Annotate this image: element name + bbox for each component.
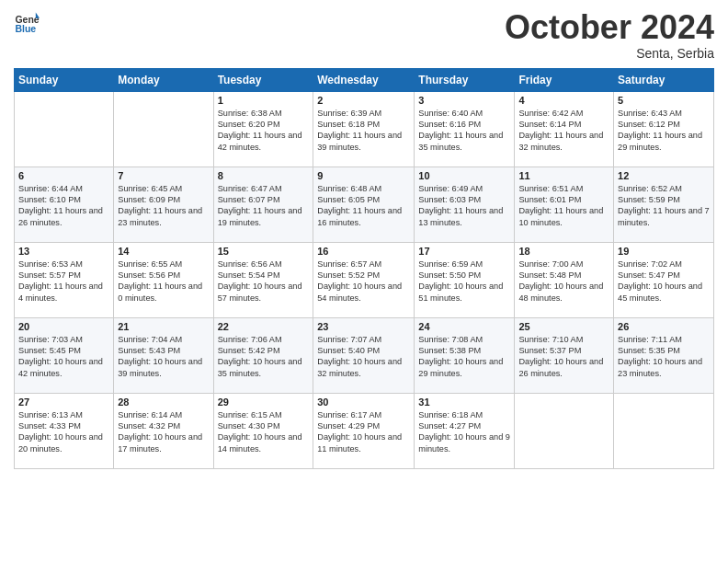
weekday-header: Friday	[515, 68, 614, 91]
day-number: 19	[618, 246, 710, 257]
cell-info: Sunrise: 7:10 AM Sunset: 5:37 PM Dayligh…	[518, 334, 609, 380]
calendar-cell: 15Sunrise: 6:56 AM Sunset: 5:54 PM Dayli…	[213, 242, 313, 317]
day-number: 17	[418, 246, 510, 257]
calendar-cell: 1Sunrise: 6:38 AM Sunset: 6:20 PM Daylig…	[213, 91, 313, 167]
cell-info: Sunrise: 7:06 AM Sunset: 5:42 PM Dayligh…	[218, 334, 310, 380]
cell-info: Sunrise: 6:13 AM Sunset: 4:33 PM Dayligh…	[18, 409, 109, 455]
cell-info: Sunrise: 7:04 AM Sunset: 5:43 PM Dayligh…	[118, 334, 209, 380]
day-number: 7	[118, 170, 209, 181]
weekday-header: Monday	[114, 68, 213, 91]
day-number: 12	[618, 170, 710, 181]
cell-info: Sunrise: 7:11 AM Sunset: 5:35 PM Dayligh…	[618, 334, 710, 380]
day-number: 15	[218, 246, 310, 257]
calendar-cell: 9Sunrise: 6:48 AM Sunset: 6:05 PM Daylig…	[313, 167, 415, 242]
day-number: 3	[418, 95, 510, 106]
cell-info: Sunrise: 6:59 AM Sunset: 5:50 PM Dayligh…	[418, 259, 510, 304]
weekday-header: Thursday	[415, 68, 515, 91]
calendar-cell	[114, 91, 213, 167]
calendar-cell: 31Sunrise: 6:18 AM Sunset: 4:27 PM Dayli…	[415, 393, 515, 468]
day-number: 24	[418, 321, 510, 332]
calendar-cell: 18Sunrise: 7:00 AM Sunset: 5:48 PM Dayli…	[515, 242, 614, 317]
cell-info: Sunrise: 6:47 AM Sunset: 6:07 PM Dayligh…	[218, 183, 310, 229]
svg-text:Blue: Blue	[15, 23, 36, 34]
calendar-cell: 17Sunrise: 6:59 AM Sunset: 5:50 PM Dayli…	[415, 242, 515, 317]
day-number: 8	[218, 170, 310, 181]
calendar-cell: 21Sunrise: 7:04 AM Sunset: 5:43 PM Dayli…	[114, 317, 213, 393]
cell-info: Sunrise: 6:53 AM Sunset: 5:57 PM Dayligh…	[18, 259, 109, 304]
cell-info: Sunrise: 6:51 AM Sunset: 6:01 PM Dayligh…	[518, 183, 609, 229]
title-block: October 2024 Senta, Serbia	[505, 9, 714, 61]
calendar-cell: 10Sunrise: 6:49 AM Sunset: 6:03 PM Dayli…	[415, 167, 515, 242]
cell-info: Sunrise: 6:18 AM Sunset: 4:27 PM Dayligh…	[418, 409, 510, 455]
weekday-header: Sunday	[15, 68, 114, 91]
calendar-cell	[15, 91, 114, 167]
cell-info: Sunrise: 6:39 AM Sunset: 6:18 PM Dayligh…	[317, 108, 410, 154]
day-number: 30	[317, 396, 410, 408]
calendar-week-row: 1Sunrise: 6:38 AM Sunset: 6:20 PM Daylig…	[15, 91, 714, 167]
day-number: 21	[118, 321, 209, 332]
logo: General Blue	[14, 9, 40, 35]
cell-info: Sunrise: 7:02 AM Sunset: 5:47 PM Dayligh…	[618, 259, 710, 304]
calendar-cell: 7Sunrise: 6:45 AM Sunset: 6:09 PM Daylig…	[114, 167, 213, 242]
calendar-cell: 24Sunrise: 7:08 AM Sunset: 5:38 PM Dayli…	[415, 317, 515, 393]
day-number: 25	[518, 321, 609, 332]
day-number: 2	[317, 95, 410, 106]
cell-info: Sunrise: 6:17 AM Sunset: 4:29 PM Dayligh…	[317, 409, 410, 455]
calendar-week-row: 20Sunrise: 7:03 AM Sunset: 5:45 PM Dayli…	[15, 317, 714, 393]
calendar-cell: 19Sunrise: 7:02 AM Sunset: 5:47 PM Dayli…	[614, 242, 714, 317]
calendar-cell	[515, 393, 614, 468]
day-number: 16	[317, 246, 410, 257]
day-number: 26	[618, 321, 710, 332]
weekday-header: Saturday	[614, 68, 714, 91]
cell-info: Sunrise: 7:03 AM Sunset: 5:45 PM Dayligh…	[18, 334, 109, 380]
cell-info: Sunrise: 6:48 AM Sunset: 6:05 PM Dayligh…	[317, 183, 410, 229]
day-number: 28	[118, 396, 209, 408]
page: General Blue October 2024 Senta, Serbia …	[0, 0, 728, 563]
calendar-cell: 6Sunrise: 6:44 AM Sunset: 6:10 PM Daylig…	[15, 167, 114, 242]
calendar-cell: 23Sunrise: 7:07 AM Sunset: 5:40 PM Dayli…	[313, 317, 415, 393]
calendar-cell: 3Sunrise: 6:40 AM Sunset: 6:16 PM Daylig…	[415, 91, 515, 167]
day-number: 20	[18, 321, 109, 332]
calendar-week-row: 6Sunrise: 6:44 AM Sunset: 6:10 PM Daylig…	[15, 167, 714, 242]
calendar-table: SundayMondayTuesdayWednesdayThursdayFrid…	[14, 68, 714, 469]
cell-info: Sunrise: 6:52 AM Sunset: 5:59 PM Dayligh…	[618, 183, 710, 229]
cell-info: Sunrise: 6:44 AM Sunset: 6:10 PM Dayligh…	[18, 183, 109, 229]
day-number: 14	[118, 246, 209, 257]
calendar-week-row: 13Sunrise: 6:53 AM Sunset: 5:57 PM Dayli…	[15, 242, 714, 317]
calendar-cell: 2Sunrise: 6:39 AM Sunset: 6:18 PM Daylig…	[313, 91, 415, 167]
day-number: 22	[218, 321, 310, 332]
day-number: 10	[418, 170, 510, 181]
calendar-cell	[614, 393, 714, 468]
day-number: 1	[218, 95, 310, 106]
weekday-header: Tuesday	[213, 68, 313, 91]
cell-info: Sunrise: 6:49 AM Sunset: 6:03 PM Dayligh…	[418, 183, 510, 229]
calendar-cell: 30Sunrise: 6:17 AM Sunset: 4:29 PM Dayli…	[313, 393, 415, 468]
location: Senta, Serbia	[505, 46, 714, 61]
header: General Blue October 2024 Senta, Serbia	[14, 9, 714, 61]
calendar-cell: 12Sunrise: 6:52 AM Sunset: 5:59 PM Dayli…	[614, 167, 714, 242]
cell-info: Sunrise: 6:38 AM Sunset: 6:20 PM Dayligh…	[218, 108, 310, 154]
cell-info: Sunrise: 7:00 AM Sunset: 5:48 PM Dayligh…	[518, 259, 609, 304]
calendar-cell: 8Sunrise: 6:47 AM Sunset: 6:07 PM Daylig…	[213, 167, 313, 242]
calendar-cell: 13Sunrise: 6:53 AM Sunset: 5:57 PM Dayli…	[15, 242, 114, 317]
cell-info: Sunrise: 7:07 AM Sunset: 5:40 PM Dayligh…	[317, 334, 410, 380]
cell-info: Sunrise: 6:43 AM Sunset: 6:12 PM Dayligh…	[618, 108, 710, 154]
cell-info: Sunrise: 6:55 AM Sunset: 5:56 PM Dayligh…	[118, 259, 209, 304]
month-title: October 2024	[505, 9, 714, 46]
calendar-cell: 27Sunrise: 6:13 AM Sunset: 4:33 PM Dayli…	[15, 393, 114, 468]
calendar-cell: 16Sunrise: 6:57 AM Sunset: 5:52 PM Dayli…	[313, 242, 415, 317]
cell-info: Sunrise: 6:45 AM Sunset: 6:09 PM Dayligh…	[118, 183, 209, 229]
cell-info: Sunrise: 7:08 AM Sunset: 5:38 PM Dayligh…	[418, 334, 510, 380]
calendar-cell: 26Sunrise: 7:11 AM Sunset: 5:35 PM Dayli…	[614, 317, 714, 393]
day-number: 13	[18, 246, 109, 257]
day-number: 6	[18, 170, 109, 181]
calendar-cell: 20Sunrise: 7:03 AM Sunset: 5:45 PM Dayli…	[15, 317, 114, 393]
calendar-cell: 4Sunrise: 6:42 AM Sunset: 6:14 PM Daylig…	[515, 91, 614, 167]
calendar-header-row: SundayMondayTuesdayWednesdayThursdayFrid…	[15, 68, 714, 91]
calendar-week-row: 27Sunrise: 6:13 AM Sunset: 4:33 PM Dayli…	[15, 393, 714, 468]
cell-info: Sunrise: 6:15 AM Sunset: 4:30 PM Dayligh…	[218, 409, 310, 455]
day-number: 23	[317, 321, 410, 332]
day-number: 27	[18, 396, 109, 408]
cell-info: Sunrise: 6:40 AM Sunset: 6:16 PM Dayligh…	[418, 108, 510, 154]
day-number: 29	[218, 396, 310, 408]
